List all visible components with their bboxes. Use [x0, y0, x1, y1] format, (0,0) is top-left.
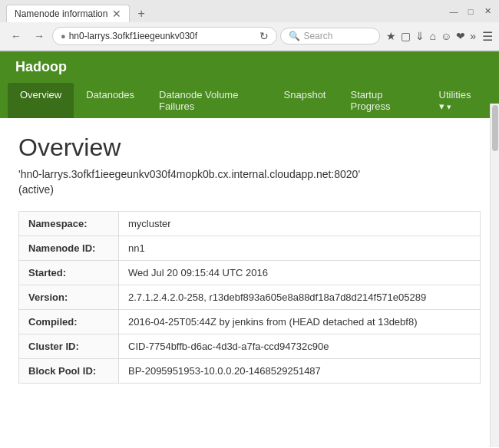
lock-icon: ●	[61, 31, 66, 41]
table-cell-label: Version:	[19, 285, 119, 310]
nav-item-startup-progress[interactable]: Startup Progress	[338, 83, 426, 118]
table-cell-label: Compiled:	[19, 310, 119, 334]
nav-bar: ← → ● hn0-larrys.3ofkf1ieegeunkv030f ↻ 🔍…	[0, 22, 499, 51]
tab-title: Namenode information	[15, 8, 107, 19]
table-row: Namenode ID:nn1	[19, 236, 481, 261]
new-tab-button[interactable]: +	[133, 5, 149, 22]
info-table: Namespace:myclusterNamenode ID:nn1Starte…	[18, 211, 481, 384]
table-cell-label: Namespace:	[19, 212, 119, 236]
overview-status: (active)	[18, 183, 481, 196]
table-cell-value: 2.7.1.2.4.2.0-258, r13debf893a605e8a88df…	[119, 285, 481, 310]
table-row: Cluster ID:CID-7754bffb-d6ac-4d3d-a7fa-c…	[19, 334, 481, 359]
table-row: Block Pool ID:BP-2095951953-10.0.0.20-14…	[19, 359, 481, 384]
table-cell-value: mycluster	[119, 212, 481, 236]
table-cell-value: nn1	[119, 236, 481, 261]
nav-item-overview[interactable]: Overview	[8, 83, 74, 118]
table-cell-value: 2016-04-25T05:44Z by jenkins from (HEAD …	[119, 310, 481, 334]
window-controls: — □ ✕	[448, 6, 493, 21]
nav-item-datanodes[interactable]: Datanodes	[74, 83, 147, 118]
profile-icon[interactable]: ☺	[441, 30, 451, 42]
bookmark-icon[interactable]: ★	[386, 30, 396, 42]
hadoop-logo: Hadoop	[0, 51, 499, 83]
reload-button[interactable]: ↻	[259, 30, 269, 42]
table-cell-value: CID-7754bffb-d6ac-4d3d-a7fa-ccd94732c90e	[119, 334, 481, 359]
nav-item-datanode-volume-failures[interactable]: Datanode Volume Failures	[147, 83, 271, 118]
browser-tab[interactable]: Namenode information ✕	[6, 5, 130, 22]
nav-item-utilities[interactable]: Utilities ▾	[427, 83, 491, 118]
pocket-icon[interactable]: ❤	[456, 30, 465, 42]
download-icon[interactable]: ⇓	[415, 30, 425, 42]
table-cell-label: Cluster ID:	[19, 334, 119, 359]
home-icon[interactable]: ⌂	[429, 30, 435, 42]
table-cell-label: Started:	[19, 261, 119, 285]
search-placeholder: Search	[303, 31, 332, 41]
back-button[interactable]: ←	[6, 26, 26, 46]
nav-item-snapshot[interactable]: Snapshot	[272, 83, 339, 118]
table-row: Namespace:mycluster	[19, 212, 481, 236]
minimize-button[interactable]: —	[448, 6, 459, 17]
table-cell-label: Namenode ID:	[19, 236, 119, 261]
search-icon: 🔍	[289, 31, 300, 41]
address-text: hn0-larrys.3ofkf1ieegeunkv030f	[69, 31, 257, 41]
table-cell-value: BP-2095951953-10.0.0.20-1468529251487	[119, 359, 481, 384]
table-row: Version:2.7.1.2.4.2.0-258, r13debf893a60…	[19, 285, 481, 310]
address-bar[interactable]: ● hn0-larrys.3ofkf1ieegeunkv030f ↻	[52, 27, 277, 45]
search-bar[interactable]: 🔍 Search	[280, 28, 380, 44]
overview-hostname: 'hn0-larrys.3ofkf1ieegeunkv030f4mopk0b.c…	[18, 168, 481, 180]
scrollbar[interactable]	[490, 104, 499, 447]
scrollbar-thumb[interactable]	[492, 105, 498, 151]
forward-button[interactable]: →	[29, 26, 49, 46]
hadoop-nav: OverviewDatanodesDatanode Volume Failure…	[0, 83, 499, 118]
reading-list-icon[interactable]: ▢	[401, 30, 411, 42]
maximize-button[interactable]: □	[465, 6, 476, 17]
main-content: Overview 'hn0-larrys.3ofkf1ieegeunkv030f…	[0, 118, 499, 399]
close-icon[interactable]: ✕	[112, 8, 121, 19]
menu-button[interactable]: ☰	[482, 29, 493, 44]
page-content: Hadoop OverviewDatanodesDatanode Volume …	[0, 51, 499, 447]
more-icons[interactable]: »	[470, 30, 476, 42]
page-title: Overview	[18, 133, 481, 162]
nav-icons: ★ ▢ ⇓ ⌂ ☺ ❤ » ☰	[386, 29, 493, 44]
table-row: Compiled:2016-04-25T05:44Z by jenkins fr…	[19, 310, 481, 334]
window-close-button[interactable]: ✕	[482, 6, 493, 17]
table-cell-value: Wed Jul 20 09:15:44 UTC 2016	[119, 261, 481, 285]
table-cell-label: Block Pool ID:	[19, 359, 119, 384]
table-row: Started:Wed Jul 20 09:15:44 UTC 2016	[19, 261, 481, 285]
